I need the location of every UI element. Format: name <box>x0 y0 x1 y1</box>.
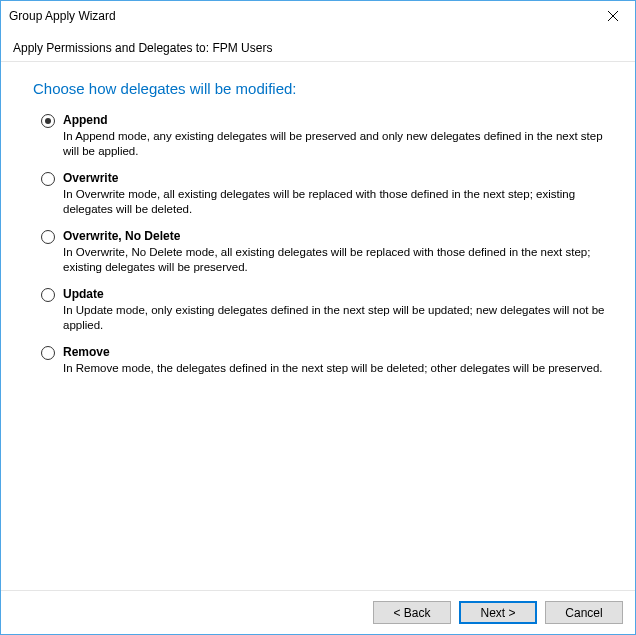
option-description: In Overwrite, No Delete mode, all existi… <box>63 246 590 273</box>
option-update[interactable]: Update In Update mode, only existing del… <box>41 287 605 333</box>
option-body: Remove In Remove mode, the delegates def… <box>63 345 605 376</box>
option-overwrite[interactable]: Overwrite In Overwrite mode, all existin… <box>41 171 605 217</box>
option-append[interactable]: Append In Append mode, any existing dele… <box>41 113 605 159</box>
option-body: Overwrite, No Delete In Overwrite, No De… <box>63 229 605 275</box>
back-button[interactable]: < Back <box>373 601 451 624</box>
close-icon <box>608 11 618 21</box>
radio-update[interactable] <box>41 288 55 302</box>
titlebar: Group Apply Wizard <box>1 1 635 31</box>
wizard-window: Group Apply Wizard Apply Permissions and… <box>0 0 636 635</box>
section-heading: Choose how delegates will be modified: <box>33 80 609 97</box>
page-subtitle: Apply Permissions and Delegates to: FPM … <box>1 31 635 61</box>
option-body: Overwrite In Overwrite mode, all existin… <box>63 171 605 217</box>
close-button[interactable] <box>590 1 635 31</box>
next-button[interactable]: Next > <box>459 601 537 624</box>
radio-overwrite-no-delete[interactable] <box>41 230 55 244</box>
content-area: Choose how delegates will be modified: A… <box>1 62 635 590</box>
option-description: In Overwrite mode, all existing delegate… <box>63 188 575 215</box>
cancel-button[interactable]: Cancel <box>545 601 623 624</box>
option-body: Update In Update mode, only existing del… <box>63 287 605 333</box>
option-description: In Remove mode, the delegates defined in… <box>63 362 603 374</box>
radio-append[interactable] <box>41 114 55 128</box>
option-description: In Append mode, any existing delegates w… <box>63 130 603 157</box>
radio-remove[interactable] <box>41 346 55 360</box>
option-label: Update <box>63 287 605 301</box>
option-label: Append <box>63 113 605 127</box>
option-body: Append In Append mode, any existing dele… <box>63 113 605 159</box>
option-label: Remove <box>63 345 605 359</box>
option-overwrite-no-delete[interactable]: Overwrite, No Delete In Overwrite, No De… <box>41 229 605 275</box>
radio-overwrite[interactable] <box>41 172 55 186</box>
window-title: Group Apply Wizard <box>9 9 590 23</box>
options-group: Append In Append mode, any existing dele… <box>41 113 605 375</box>
option-label: Overwrite, No Delete <box>63 229 605 243</box>
option-label: Overwrite <box>63 171 605 185</box>
option-description: In Update mode, only existing delegates … <box>63 304 605 331</box>
option-remove[interactable]: Remove In Remove mode, the delegates def… <box>41 345 605 376</box>
footer: < Back Next > Cancel <box>1 590 635 634</box>
